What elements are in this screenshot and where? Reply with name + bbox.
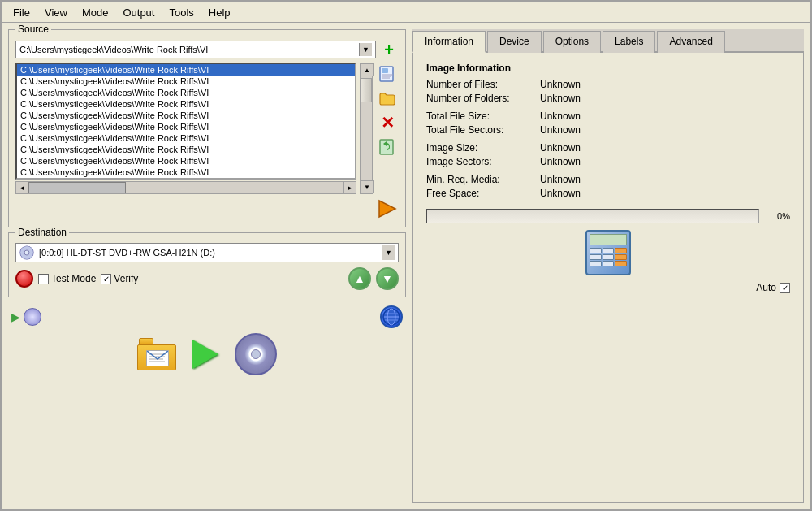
- scroll-thumb-vertical[interactable]: [361, 78, 372, 102]
- value-file-size: Unknown: [540, 110, 581, 122]
- tab-labels[interactable]: Labels: [603, 31, 655, 53]
- scroll-track[interactable]: [28, 181, 343, 194]
- play-small-button[interactable]: ▶: [11, 310, 20, 323]
- source-combo[interactable]: C:\Users\mysticgeek\Videos\Write Rock Ri…: [15, 41, 376, 58]
- info-row-free-space: Free Space: Unknown: [426, 188, 790, 199]
- destination-group: Destination [0:0:0] HL-DT-ST DVD+-RW GSA…: [8, 232, 406, 297]
- progress-bar: [426, 209, 759, 223]
- list-item[interactable]: C:\Users\mysticgeek\Videos\Write Rock Ri…: [17, 64, 355, 76]
- destination-combo-text: [0:0:0] HL-DT-ST DVD+-RW GSA-H21N (D:): [39, 248, 382, 258]
- globe-icon[interactable]: [380, 305, 403, 328]
- label-file-sectors: Total File Sectors:: [426, 124, 540, 136]
- scroll-right-button[interactable]: ►: [343, 181, 356, 194]
- test-mode-checkbox[interactable]: [38, 274, 49, 284]
- info-row-folders: Number of Folders: Unknown: [426, 93, 790, 104]
- list-item[interactable]: C:\Users\mysticgeek\Videos\Write Rock Ri…: [17, 98, 355, 110]
- value-free-space: Unknown: [540, 188, 581, 199]
- build-button[interactable]: [376, 197, 399, 220]
- nav-down-button[interactable]: ▼: [376, 267, 399, 290]
- auto-area: Auto ✓: [426, 282, 790, 293]
- source-combo-text: C:\Users\mysticgeek\Videos\Write Rock Ri…: [19, 45, 359, 54]
- svg-rect-1: [382, 68, 388, 73]
- destination-label: Destination: [15, 227, 69, 238]
- main-window: File View Mode Output Tools Help Source …: [0, 0, 812, 511]
- main-content: Source C:\Users\mysticgeek\Videos\Write …: [2, 23, 810, 509]
- menu-output[interactable]: Output: [116, 5, 161, 20]
- list-item[interactable]: C:\Users\mysticgeek\Videos\Write Rock Ri…: [17, 87, 355, 98]
- menu-file[interactable]: File: [6, 5, 37, 20]
- scroll-track-vertical[interactable]: [361, 76, 372, 180]
- menu-mode[interactable]: Mode: [76, 5, 115, 20]
- info-row-image-size: Image Size: Unknown: [426, 142, 790, 154]
- source-top-row: C:\Users\mysticgeek\Videos\Write Rock Ri…: [15, 40, 399, 59]
- auto-checkbox[interactable]: ✓: [780, 283, 790, 293]
- list-item[interactable]: C:\Users\mysticgeek\Videos\Write Rock Ri…: [17, 144, 355, 155]
- destination-bottom-row: Test Mode ✓ Verify ▲ ▼: [15, 267, 399, 290]
- vertical-scrollbar[interactable]: ▲ ▼: [360, 63, 373, 194]
- list-item[interactable]: C:\Users\mysticgeek\Videos\Write Rock Ri…: [17, 110, 355, 121]
- label-num-files: Number of Files:: [426, 79, 540, 90]
- test-mode-label: Test Mode: [51, 273, 96, 284]
- value-min-media: Unknown: [540, 174, 581, 185]
- verify-checkbox[interactable]: ✓: [101, 274, 111, 284]
- disc-large-icon[interactable]: [235, 333, 277, 375]
- calc-btn: [615, 261, 627, 266]
- value-image-sectors: Unknown: [540, 156, 581, 167]
- list-item[interactable]: C:\Users\mysticgeek\Videos\Write Rock Ri…: [17, 76, 355, 87]
- tab-information[interactable]: Information: [412, 31, 486, 53]
- list-item[interactable]: C:\Users\mysticgeek\Videos\Write Rock Ri…: [17, 121, 355, 132]
- calc-btn: [603, 254, 615, 260]
- list-item[interactable]: C:\Users\mysticgeek\Videos\Write Rock Ri…: [17, 155, 355, 167]
- info-row-min-media: Min. Req. Media: Unknown: [426, 174, 790, 185]
- open-folder-button[interactable]: [376, 87, 399, 110]
- nav-up-button[interactable]: ▲: [348, 267, 371, 290]
- menubar: File View Mode Output Tools Help: [2, 2, 810, 23]
- svg-marker-6: [379, 201, 395, 217]
- horizontal-scrollbar[interactable]: ◄ ►: [15, 181, 356, 194]
- label-min-media: Min. Req. Media:: [426, 174, 540, 185]
- tab-options[interactable]: Options: [543, 31, 601, 53]
- scroll-left-button[interactable]: ◄: [15, 181, 28, 194]
- disc-small-icon[interactable]: [24, 308, 41, 326]
- browse-image-button[interactable]: [376, 63, 399, 85]
- auto-label: Auto: [756, 282, 776, 293]
- tab-advanced[interactable]: Advanced: [657, 31, 724, 53]
- source-listbox[interactable]: C:\Users\mysticgeek\Videos\Write Rock Ri…: [15, 63, 356, 180]
- calc-btn: [590, 248, 602, 253]
- menu-help[interactable]: Help: [202, 5, 237, 20]
- add-source-button[interactable]: +: [379, 40, 399, 59]
- source-combo-arrow[interactable]: ▼: [359, 43, 372, 56]
- value-image-size: Unknown: [540, 142, 581, 154]
- tab-content-information: Image Information Number of Files: Unkno…: [412, 53, 804, 503]
- scroll-thumb[interactable]: [28, 182, 126, 193]
- write-button[interactable]: [189, 338, 222, 370]
- scroll-up-button[interactable]: ▲: [361, 63, 374, 76]
- value-num-folders: Unknown: [540, 93, 581, 104]
- source-group: Source C:\Users\mysticgeek\Videos\Write …: [8, 29, 406, 227]
- list-item[interactable]: C:\Users\mysticgeek\Videos\Write Rock Ri…: [17, 132, 355, 144]
- left-panel: Source C:\Users\mysticgeek\Videos\Write …: [8, 29, 406, 503]
- menu-tools[interactable]: Tools: [162, 5, 200, 20]
- tab-device[interactable]: Device: [487, 31, 542, 53]
- calc-btn: [603, 248, 615, 253]
- scroll-down-button[interactable]: ▼: [361, 180, 374, 193]
- refresh-button[interactable]: [376, 136, 399, 158]
- label-num-folders: Number of Folders:: [426, 93, 540, 104]
- info-row-image-sectors: Image Sectors: Unknown: [426, 156, 790, 167]
- destination-combo[interactable]: [0:0:0] HL-DT-ST DVD+-RW GSA-H21N (D:) ▼: [15, 243, 399, 262]
- label-image-sectors: Image Sectors:: [426, 156, 540, 167]
- label-free-space: Free Space:: [426, 188, 540, 199]
- play-triangle-icon: [192, 340, 218, 369]
- menu-view[interactable]: View: [38, 5, 74, 20]
- source-side-buttons: ✕: [376, 63, 399, 194]
- info-row-files: Number of Files: Unknown: [426, 79, 790, 90]
- remove-item-button[interactable]: ✕: [376, 111, 399, 134]
- value-file-sectors: Unknown: [540, 124, 581, 136]
- info-row-file-sectors: Total File Sectors: Unknown: [426, 124, 790, 136]
- list-item[interactable]: C:\Users\mysticgeek\Videos\Write Rock Ri…: [17, 167, 355, 178]
- svg-point-9: [24, 250, 29, 255]
- destination-combo-arrow[interactable]: ▼: [382, 245, 395, 260]
- calculator-icon[interactable]: [585, 230, 631, 275]
- folder-open-button[interactable]: [137, 338, 176, 370]
- calc-btn: [615, 254, 627, 260]
